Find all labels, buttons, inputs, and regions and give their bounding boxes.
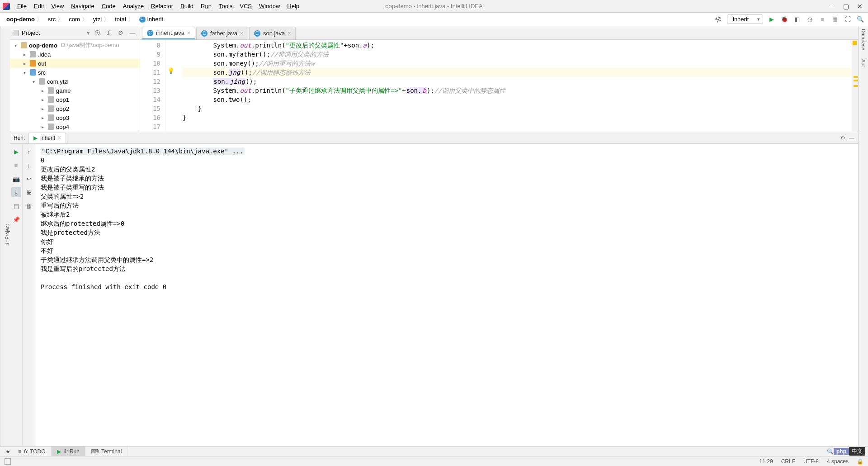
down-icon[interactable]: ↓ (24, 160, 34, 170)
stop-icon[interactable]: ■ (11, 160, 21, 170)
layout-icon[interactable]: ▦ (831, 15, 839, 24)
minimize-icon[interactable]: — (128, 29, 137, 36)
close-icon[interactable]: × (240, 30, 243, 37)
rerun-icon[interactable]: ▶ (11, 147, 21, 157)
tree-item[interactable]: ▸ oop1 (10, 95, 140, 104)
bottom-tab-terminal[interactable]: ⌨ Terminal (85, 447, 127, 456)
tree-item[interactable]: ▸ game (10, 86, 140, 95)
bottom-tab-todo[interactable]: ≡ 6: TODO (13, 447, 52, 456)
status-line-sep[interactable]: CRLF (781, 458, 795, 465)
debug-icon[interactable]: 🐞 (780, 15, 788, 24)
status-caret-pos[interactable]: 11:29 (760, 458, 773, 465)
menu-help[interactable]: Help (283, 1, 303, 11)
line-number-gutter[interactable]: 891011121314151617 (140, 40, 165, 132)
scroll-to-end-icon[interactable]: ⭳ (11, 187, 21, 197)
breadcrumb-item[interactable]: total 〉 (113, 14, 136, 24)
status-left-icon[interactable] (5, 458, 11, 465)
editor-tab[interactable]: C son.java × (249, 27, 296, 39)
toolstrip-ant[interactable]: Ant (861, 59, 866, 67)
pin-icon[interactable]: 📌 (11, 214, 21, 224)
menu-build[interactable]: Build (177, 1, 197, 11)
menu-window[interactable]: Window (255, 1, 283, 11)
bottom-tab-run[interactable]: ▶ 4: Run (52, 447, 85, 456)
close-icon[interactable]: × (288, 30, 291, 37)
close-icon[interactable]: × (187, 30, 190, 36)
warning-marker-icon[interactable] (854, 76, 858, 78)
toolstrip-database[interactable]: Database (861, 29, 866, 50)
window-minimize-icon[interactable]: — (829, 3, 835, 10)
warning-marker-icon[interactable] (854, 80, 858, 81)
search-icon[interactable]: 🔍 (856, 15, 864, 24)
gear-icon[interactable]: ⚙ (840, 135, 845, 141)
expand-icon[interactable]: ⛶ (844, 15, 852, 24)
menu-code[interactable]: Code (98, 1, 119, 11)
chevron-right-icon[interactable]: ▸ (42, 97, 46, 102)
tree-item[interactable]: ▸ oop3 (10, 113, 140, 122)
dump-icon[interactable]: 📷 (11, 174, 21, 184)
breadcrumb-item[interactable]: ytzl 〉 (91, 14, 112, 24)
project-tree[interactable]: ▾ oop-demo D:\java制作\oop-demo ▸ .idea ▸ … (10, 40, 140, 132)
chevron-right-icon[interactable]: ▸ (24, 61, 28, 66)
wrap-icon[interactable]: ↩ (24, 174, 34, 184)
menu-vcs[interactable]: VCS (236, 1, 255, 11)
status-encoding[interactable]: UTF-8 (803, 458, 819, 465)
minimize-icon[interactable]: — (849, 135, 854, 141)
up-icon[interactable]: ↑ (24, 147, 34, 157)
menu-view[interactable]: View (47, 1, 67, 11)
chevron-right-icon[interactable]: ▸ (42, 115, 46, 120)
profile-icon[interactable]: ◷ (806, 15, 814, 24)
menu-refactor[interactable]: Refactor (147, 1, 177, 11)
tree-item[interactable]: ▸ oop4 (10, 122, 140, 131)
status-lock-icon[interactable]: 🔒 (857, 458, 863, 465)
code-area[interactable]: System.out.println("更改后的父类属性"+son.a); so… (176, 40, 852, 132)
build-icon[interactable]: ⚒ (713, 14, 723, 24)
chevron-right-icon[interactable]: ▸ (42, 106, 46, 111)
close-icon[interactable]: × (58, 135, 61, 141)
window-maximize-icon[interactable]: ▢ (843, 3, 849, 10)
project-header-label[interactable]: Project (22, 29, 84, 36)
chevron-down-icon[interactable]: ▾ (33, 79, 37, 84)
gear-icon[interactable]: ⚙ (116, 29, 125, 36)
print-icon[interactable]: 🖶 (24, 187, 34, 197)
menu-edit[interactable]: Edit (30, 1, 47, 11)
breadcrumb-item[interactable]: src 〉 (46, 14, 65, 24)
window-close-icon[interactable]: ✕ (857, 3, 863, 10)
menu-run[interactable]: Run (197, 1, 215, 11)
tree-root[interactable]: ▾ oop-demo D:\java制作\oop-demo (10, 41, 140, 50)
chevron-down-icon[interactable]: ▾ (14, 43, 19, 48)
tree-item-src[interactable]: ▾ src (10, 68, 140, 77)
layout-icon[interactable]: ▤ (11, 201, 21, 211)
run-tab[interactable]: ▶ inherit × (28, 133, 66, 143)
chevron-right-icon[interactable]: ▸ (42, 88, 46, 93)
chevron-right-icon[interactable]: ▸ (42, 124, 46, 129)
breadcrumb-root[interactable]: oop-demo 〉 (5, 14, 44, 24)
trash-icon[interactable]: 🗑 (24, 201, 34, 211)
star-icon[interactable]: ★ (3, 448, 13, 455)
console-output[interactable]: "C:\Program Files\Java\jdk1.8.0_144\bin\… (35, 144, 858, 446)
tree-item[interactable]: ▸ oop2 (10, 104, 140, 113)
editor-tab[interactable]: C inherit.java × (142, 27, 195, 39)
breadcrumb-file[interactable]: inherit (137, 15, 165, 24)
chevron-right-icon[interactable]: ▸ (24, 52, 28, 57)
locate-icon[interactable]: ⦿ (93, 29, 102, 36)
menu-file[interactable]: File (14, 1, 30, 11)
menu-navigate[interactable]: Navigate (67, 1, 98, 11)
tree-item[interactable]: ▸ .idea (10, 50, 140, 59)
editor-marker-strip[interactable] (852, 40, 858, 132)
toolstrip-project[interactable]: 1: Project (5, 224, 10, 245)
tree-item-package[interactable]: ▾ com.ytzl (10, 77, 140, 86)
stop-icon[interactable]: ■ (818, 15, 826, 24)
warning-marker-icon[interactable] (854, 85, 858, 87)
chevron-down-icon[interactable]: ▾ (24, 70, 28, 75)
tree-item-out[interactable]: ▸ out (10, 59, 140, 68)
breadcrumb-item[interactable]: com 〉 (67, 14, 90, 24)
coverage-icon[interactable]: ◧ (793, 15, 801, 24)
code-editor[interactable]: 891011121314151617 💡 System.out.println(… (140, 40, 858, 132)
menu-analyze[interactable]: Analyze (119, 1, 147, 11)
collapse-icon[interactable]: ⇵ (104, 29, 113, 36)
menu-tools[interactable]: Tools (215, 1, 236, 11)
event-log-icon[interactable]: 🔍 (827, 448, 834, 455)
editor-tab[interactable]: C father.java × (196, 27, 248, 39)
chevron-down-icon[interactable]: ▾ (87, 29, 90, 36)
intention-bulb-icon[interactable]: 💡 (167, 67, 175, 74)
